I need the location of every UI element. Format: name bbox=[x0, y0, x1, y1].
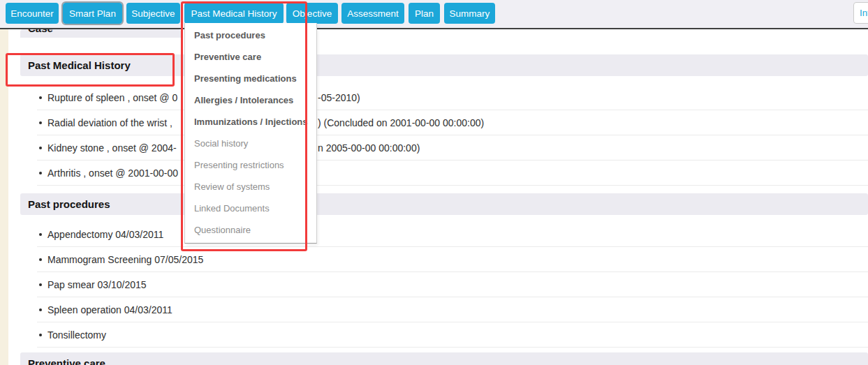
past-medical-history-dropdown: Past proceduresPreventive carePresenting… bbox=[184, 23, 317, 244]
bullet-icon bbox=[39, 283, 42, 286]
section-list: Rupture of spleen , onset @ 0-05-2010)Ra… bbox=[37, 85, 868, 186]
bullet-icon bbox=[39, 308, 42, 311]
list-item: Pap smear 03/10/2015 bbox=[37, 272, 868, 297]
tab-past-medical-history[interactable]: Past Medical History bbox=[184, 3, 284, 24]
tab-encounter[interactable]: Encounter bbox=[6, 3, 59, 24]
intake-button[interactable]: Int bbox=[853, 2, 868, 24]
list-item: Radial deviation of the wrist , ) (Concl… bbox=[37, 110, 868, 135]
list-item: Spleen operation 04/03/2011 bbox=[37, 297, 868, 322]
tab-assessment[interactable]: Assessment bbox=[341, 3, 404, 24]
item-text: Tonsillectomy bbox=[47, 329, 106, 341]
menu-item-presenting-medications[interactable]: Presenting medications bbox=[185, 68, 316, 89]
section-header-past-medical-history: Past Medical History bbox=[20, 54, 868, 76]
item-text: Radial deviation of the wrist , bbox=[47, 117, 172, 128]
list-item: Kidney stone , onset @ 2004-n 2005-00-00… bbox=[37, 135, 868, 161]
tab-plan[interactable]: Plan bbox=[409, 3, 440, 24]
menu-item-linked-documents[interactable]: Linked Documents bbox=[185, 198, 316, 219]
list-item: Appendectomy 04/03/2011 bbox=[37, 222, 868, 247]
section-header-case-clipped: Case bbox=[20, 29, 181, 38]
menu-item-presenting-restrictions[interactable]: Presenting restrictions bbox=[185, 154, 316, 176]
menu-item-immunizations-injections[interactable]: Immunizations / Injections bbox=[185, 111, 316, 133]
menu-item-preventive-care[interactable]: Preventive care bbox=[185, 46, 316, 68]
bullet-icon bbox=[39, 96, 42, 99]
item-text: Mammogram Screening 07/05/2015 bbox=[47, 254, 203, 265]
section-header-preventive-care: Preventive care bbox=[20, 352, 868, 365]
item-text-continued: -05-2010) bbox=[318, 92, 360, 103]
section-title: Past Medical History bbox=[20, 54, 868, 71]
list-item: Rupture of spleen , onset @ 0-05-2010) bbox=[37, 85, 868, 110]
item-text: Rupture of spleen , onset @ 0 bbox=[47, 92, 177, 103]
tab-smart-plan[interactable]: Smart Plan bbox=[63, 3, 122, 24]
menu-item-social-history[interactable]: Social history bbox=[185, 133, 316, 154]
bullet-icon bbox=[39, 121, 42, 124]
page-left-margin bbox=[0, 29, 8, 365]
tab-subjective[interactable]: Subjective bbox=[126, 3, 180, 24]
item-text: Arthritis , onset @ 2001-00-00 bbox=[47, 167, 178, 179]
section-header-past-procedures: Past procedures bbox=[20, 193, 868, 215]
bullet-icon bbox=[39, 258, 42, 261]
item-text: Kidney stone , onset @ 2004- bbox=[47, 142, 177, 154]
tab-summary[interactable]: Summary bbox=[444, 3, 495, 24]
list-item: Arthritis , onset @ 2001-00-00 bbox=[37, 161, 868, 186]
menu-item-past-procedures[interactable]: Past procedures bbox=[185, 24, 316, 46]
bullet-icon bbox=[39, 147, 42, 149]
nav-bar: Int EncounterSmart PlanSubjectivePast Me… bbox=[0, 0, 868, 29]
list-item: Tonsillectomy bbox=[37, 322, 868, 348]
bullet-icon bbox=[39, 334, 42, 336]
section-title: Past procedures bbox=[20, 193, 868, 210]
menu-item-questionnaire[interactable]: Questionnaire bbox=[185, 219, 316, 241]
item-text-continued: ) (Concluded on 2001-00-00 00:00:00) bbox=[318, 117, 484, 128]
item-text: Appendectomy 04/03/2011 bbox=[47, 229, 163, 240]
section-title: Preventive care bbox=[20, 352, 868, 365]
item-text: Pap smear 03/10/2015 bbox=[47, 279, 147, 290]
bullet-icon bbox=[39, 172, 42, 174]
item-text-continued: n 2005-00-00 00:00:00) bbox=[318, 142, 420, 154]
section-list: Appendectomy 04/03/2011Mammogram Screeni… bbox=[37, 222, 868, 348]
item-text: Spleen operation 04/03/2011 bbox=[47, 304, 172, 315]
bullet-icon bbox=[39, 233, 42, 236]
list-item: Mammogram Screening 07/05/2015 bbox=[37, 247, 868, 272]
tab-objective[interactable]: Objective bbox=[286, 3, 338, 24]
menu-item-review-of-systems[interactable]: Review of systems bbox=[185, 176, 316, 198]
menu-item-allergies-intolerances[interactable]: Allergies / Intolerances bbox=[185, 89, 316, 111]
section-title: Case bbox=[28, 29, 181, 34]
